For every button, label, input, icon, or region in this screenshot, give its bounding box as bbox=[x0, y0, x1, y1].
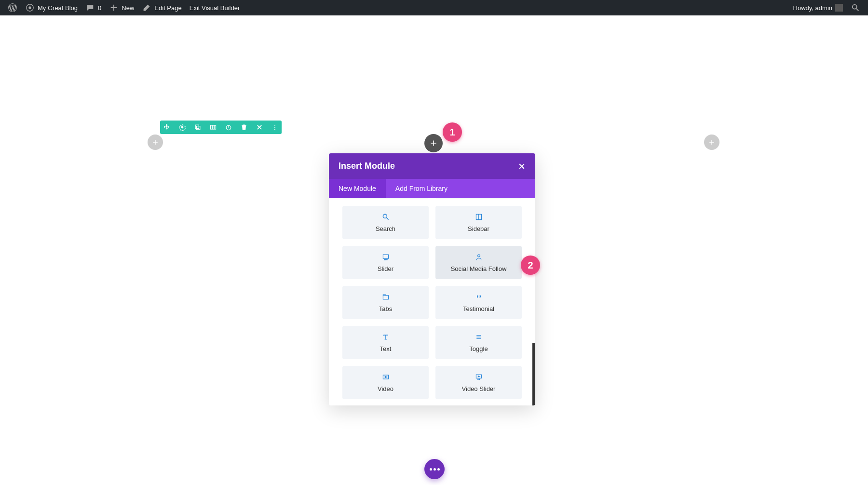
svg-point-2 bbox=[853, 5, 857, 9]
annotation-badge-2: 2 bbox=[521, 256, 540, 275]
slider-icon bbox=[381, 253, 390, 261]
power-icon[interactable] bbox=[224, 122, 233, 132]
section-toolbar bbox=[160, 121, 282, 134]
exit-builder-label: Exit Visual Builder bbox=[190, 4, 240, 12]
svg-rect-8 bbox=[214, 125, 216, 129]
svg-rect-20 bbox=[383, 296, 388, 299]
svg-point-1 bbox=[28, 6, 31, 9]
insert-module-modal: Insert Module New Module Add From Librar… bbox=[329, 153, 535, 405]
module-label: Video bbox=[378, 385, 393, 392]
avatar bbox=[835, 4, 843, 12]
svg-point-19 bbox=[477, 255, 480, 257]
wordpress-icon bbox=[8, 3, 17, 13]
module-slider[interactable]: Slider bbox=[342, 246, 429, 279]
dashboard-icon bbox=[25, 3, 35, 13]
module-testimonial[interactable]: Testimonial bbox=[435, 286, 522, 319]
video-icon bbox=[381, 373, 390, 381]
search-icon bbox=[851, 3, 860, 13]
svg-point-3 bbox=[181, 126, 184, 129]
exit-builder-menu[interactable]: Exit Visual Builder bbox=[186, 0, 244, 15]
clipped-row: Post Title Pricing Tables bbox=[342, 198, 522, 199]
wp-bar-right: Howdy, admin bbox=[789, 0, 864, 15]
module-post-title[interactable]: Post Title bbox=[342, 198, 429, 199]
trash-icon[interactable] bbox=[239, 122, 249, 132]
svg-rect-5 bbox=[197, 126, 200, 130]
plus-icon bbox=[109, 3, 119, 13]
more-icon[interactable] bbox=[270, 122, 280, 132]
module-sidebar[interactable]: Sidebar bbox=[435, 206, 522, 239]
person-icon bbox=[475, 253, 483, 261]
module-label: Search bbox=[376, 225, 395, 232]
site-name-menu[interactable]: My Great Blog bbox=[21, 0, 81, 15]
edit-page-label: Edit Page bbox=[154, 4, 181, 12]
svg-point-18 bbox=[386, 259, 387, 260]
svg-rect-7 bbox=[212, 125, 214, 129]
svg-point-10 bbox=[274, 125, 275, 126]
user-menu[interactable]: Howdy, admin bbox=[789, 0, 847, 15]
video-slider-icon bbox=[475, 373, 483, 381]
svg-point-17 bbox=[385, 259, 386, 260]
modal-close-button[interactable] bbox=[518, 162, 526, 170]
modal-header[interactable]: Insert Module bbox=[329, 153, 535, 179]
greeting-label: Howdy, admin bbox=[793, 4, 832, 12]
add-column-right[interactable] bbox=[704, 135, 719, 150]
comments-menu[interactable]: 0 bbox=[81, 0, 105, 15]
move-icon[interactable] bbox=[162, 122, 172, 132]
module-text[interactable]: Text bbox=[342, 326, 429, 359]
modal-title: Insert Module bbox=[339, 161, 395, 171]
new-label: New bbox=[122, 4, 134, 12]
svg-point-11 bbox=[274, 127, 275, 128]
svg-point-12 bbox=[274, 129, 275, 130]
tabs-icon bbox=[381, 293, 390, 301]
module-social-media-follow[interactable]: Social Media Follow bbox=[435, 246, 522, 279]
add-module-button[interactable] bbox=[424, 134, 443, 152]
tab-add-from-library[interactable]: Add From Library bbox=[386, 179, 457, 198]
search-menu[interactable] bbox=[847, 0, 864, 15]
svg-point-24 bbox=[479, 379, 480, 380]
modal-tabs: New Module Add From Library bbox=[329, 179, 535, 198]
module-label: Tabs bbox=[379, 305, 392, 312]
module-video-slider[interactable]: Video Slider bbox=[435, 366, 522, 399]
comments-count: 0 bbox=[98, 4, 101, 12]
page-canvas: 1 2 Insert Module New Module Add From Li… bbox=[0, 15, 868, 485]
scrollbar[interactable] bbox=[532, 343, 535, 405]
svg-point-23 bbox=[477, 379, 478, 380]
duplicate-icon[interactable] bbox=[193, 122, 203, 132]
text-icon bbox=[381, 333, 390, 341]
quote-icon bbox=[475, 293, 483, 301]
more-dots-icon bbox=[430, 468, 440, 471]
svg-rect-15 bbox=[383, 255, 388, 258]
tab-new-module[interactable]: New Module bbox=[329, 179, 386, 198]
edit-page-menu[interactable]: Edit Page bbox=[138, 0, 185, 15]
module-label: Social Media Follow bbox=[451, 265, 507, 272]
gear-icon[interactable] bbox=[177, 122, 187, 132]
wp-logo-menu[interactable] bbox=[4, 0, 21, 15]
tab-library-label: Add From Library bbox=[395, 185, 448, 192]
svg-point-13 bbox=[383, 214, 387, 218]
module-search[interactable]: Search bbox=[342, 206, 429, 239]
pencil-icon bbox=[142, 3, 151, 13]
svg-rect-6 bbox=[210, 125, 212, 129]
module-toggle[interactable]: Toggle bbox=[435, 326, 522, 359]
module-label: Toggle bbox=[469, 345, 488, 352]
new-menu[interactable]: New bbox=[105, 0, 138, 15]
module-grid: Search Sidebar Slider Social Media Follo… bbox=[342, 199, 522, 405]
site-name-label: My Great Blog bbox=[38, 4, 78, 12]
builder-fab[interactable] bbox=[424, 459, 445, 479]
module-pricing-tables[interactable]: Pricing Tables bbox=[435, 198, 522, 199]
annotation-badge-1: 1 bbox=[443, 122, 462, 142]
search-icon bbox=[381, 213, 390, 221]
add-column-left[interactable] bbox=[148, 135, 163, 150]
comment-icon bbox=[85, 3, 95, 13]
columns-icon[interactable] bbox=[208, 122, 218, 132]
annotation-1-label: 1 bbox=[449, 127, 455, 138]
module-label: Text bbox=[380, 345, 392, 352]
svg-point-16 bbox=[384, 259, 385, 260]
wp-admin-bar: My Great Blog 0 New Edit Page Exit Visua… bbox=[0, 0, 868, 15]
wp-bar-left: My Great Blog 0 New Edit Page Exit Visua… bbox=[4, 0, 244, 15]
module-tabs[interactable]: Tabs bbox=[342, 286, 429, 319]
modal-body[interactable]: Post Title Pricing Tables Search bbox=[329, 198, 535, 405]
module-video[interactable]: Video bbox=[342, 366, 429, 399]
close-icon[interactable] bbox=[255, 122, 264, 132]
toggle-icon bbox=[475, 333, 483, 341]
